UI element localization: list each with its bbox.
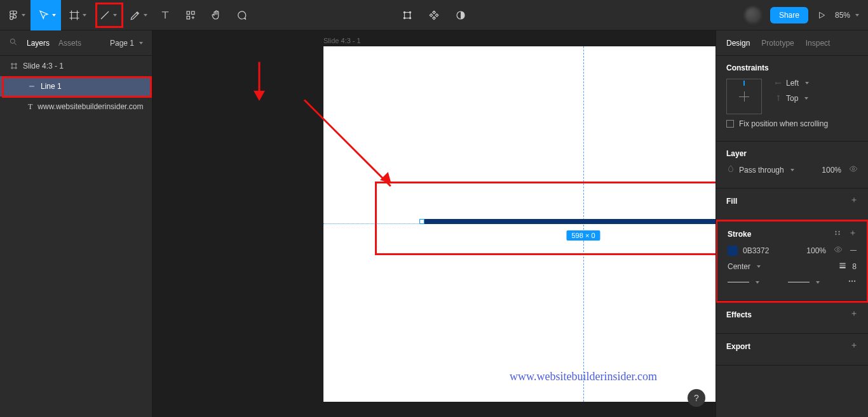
help-button[interactable]: ? <box>688 389 705 407</box>
frame-tool[interactable] <box>61 0 92 30</box>
section-constraints: Constraints Left Top <box>716 56 868 142</box>
stroke-opacity[interactable]: 100% <box>806 246 826 255</box>
section-layer: Layer Pass through 100% <box>716 142 868 189</box>
present-button[interactable] <box>817 11 826 20</box>
annotation-arrowhead-1 <box>254 91 265 101</box>
layer-frame[interactable]: Slide 4:3 - 1 <box>0 56 152 76</box>
stroke-color-swatch[interactable] <box>728 246 738 256</box>
zoom-select[interactable]: 85% <box>835 11 859 20</box>
add-export-button[interactable] <box>850 341 858 351</box>
stroke-style-button[interactable] <box>834 229 841 239</box>
stroke-align-select[interactable]: Center <box>728 262 761 271</box>
svg-point-9 <box>10 39 15 43</box>
watermark-text: www.websitebuilderinsider.com <box>323 370 715 383</box>
blend-mode-select[interactable]: Pass through <box>726 164 794 175</box>
section-export: Export <box>716 334 868 366</box>
right-panel: Design Prototype Inspect Constraints Lef… <box>715 30 868 417</box>
svg-point-17 <box>851 281 853 282</box>
avatar[interactable] <box>745 7 761 23</box>
comment-tool[interactable] <box>229 0 254 30</box>
constraint-v-select[interactable]: Top <box>775 94 809 103</box>
svg-rect-0 <box>187 11 190 15</box>
section-effects: Effects <box>716 302 868 334</box>
stroke-title: Stroke <box>728 230 751 239</box>
svg-point-10 <box>852 168 855 170</box>
multiplayer-tools[interactable] <box>428 0 440 30</box>
tab-prototype[interactable]: Prototype <box>761 39 794 48</box>
text-icon: T <box>28 102 32 112</box>
add-stroke-button[interactable] <box>849 229 857 239</box>
stroke-color-hex[interactable]: 0B3372 <box>743 246 769 255</box>
annotation-stroke-highlight: Stroke 0B3372 100% Cente <box>715 220 868 303</box>
stroke-start-cap[interactable] <box>728 281 759 284</box>
fill-title: Fill <box>726 197 737 206</box>
stroke-visibility-icon[interactable] <box>834 245 843 256</box>
search-icon[interactable] <box>9 37 18 49</box>
canvas[interactable]: Slide 4:3 - 1 598 × 0 www.websitebuilder… <box>153 30 715 417</box>
frame-label[interactable]: Slide 4:3 - 1 <box>323 37 361 44</box>
stroke-weight-input[interactable]: 8 <box>852 262 857 271</box>
svg-rect-3 <box>405 12 410 18</box>
stroke-weight-icon <box>838 261 847 272</box>
page-selector[interactable]: Page 1 <box>110 39 143 48</box>
constraint-h-select[interactable]: Left <box>775 79 809 88</box>
add-effect-button[interactable] <box>850 310 858 319</box>
effects-title: Effects <box>726 310 752 319</box>
layer-list: Slide 4:3 - 1 Line 1 T www.websitebuilde… <box>0 56 152 117</box>
constraints-title: Constraints <box>726 63 858 72</box>
resources-tool[interactable] <box>178 0 203 30</box>
fix-position-label: Fix position when scrolling <box>739 119 828 128</box>
svg-point-15 <box>837 248 839 251</box>
section-fill: Fill <box>716 189 868 220</box>
mask-tool[interactable] <box>455 0 466 30</box>
svg-rect-2 <box>187 16 190 19</box>
zoom-value: 85% <box>835 11 850 20</box>
pen-tool[interactable] <box>122 0 153 30</box>
svg-point-11 <box>836 231 837 232</box>
layer-text[interactable]: T www.websitebuilderinsider.com <box>0 96 152 117</box>
tab-assets[interactable]: Assets <box>58 39 81 48</box>
section-stroke: Stroke 0B3372 100% Cente <box>717 222 867 301</box>
annotation-line-area <box>375 182 715 255</box>
figma-menu[interactable] <box>0 0 31 30</box>
hand-tool[interactable] <box>203 0 229 30</box>
svg-point-12 <box>839 231 840 232</box>
move-tool[interactable] <box>31 0 61 30</box>
text-tool[interactable] <box>153 0 178 30</box>
svg-point-16 <box>849 281 850 282</box>
left-panel: Layers Assets Page 1 Slide 4:3 - 1 Line … <box>0 30 153 417</box>
stroke-advanced-button[interactable] <box>848 277 857 288</box>
remove-stroke-button[interactable] <box>850 250 857 251</box>
svg-rect-1 <box>192 11 195 15</box>
svg-point-14 <box>839 234 840 235</box>
layer-title: Layer <box>726 149 858 158</box>
add-fill-button[interactable] <box>850 196 858 206</box>
line-tool[interactable] <box>92 0 122 30</box>
component-controls[interactable] <box>402 0 413 30</box>
annotation-layer-highlight <box>2 76 152 98</box>
svg-point-18 <box>854 281 855 282</box>
tab-inspect[interactable]: Inspect <box>806 39 831 48</box>
visibility-icon[interactable] <box>849 164 858 175</box>
tab-design[interactable]: Design <box>726 39 750 48</box>
export-title: Export <box>726 342 750 351</box>
stroke-end-cap[interactable] <box>788 281 820 284</box>
top-toolbar: Share 85% <box>0 0 868 30</box>
tab-layers[interactable]: Layers <box>27 39 50 48</box>
svg-point-13 <box>836 234 837 235</box>
fix-position-checkbox[interactable] <box>726 120 734 128</box>
share-button[interactable]: Share <box>770 7 808 23</box>
layer-opacity[interactable]: 100% <box>822 166 841 175</box>
constraints-widget[interactable] <box>726 79 762 114</box>
